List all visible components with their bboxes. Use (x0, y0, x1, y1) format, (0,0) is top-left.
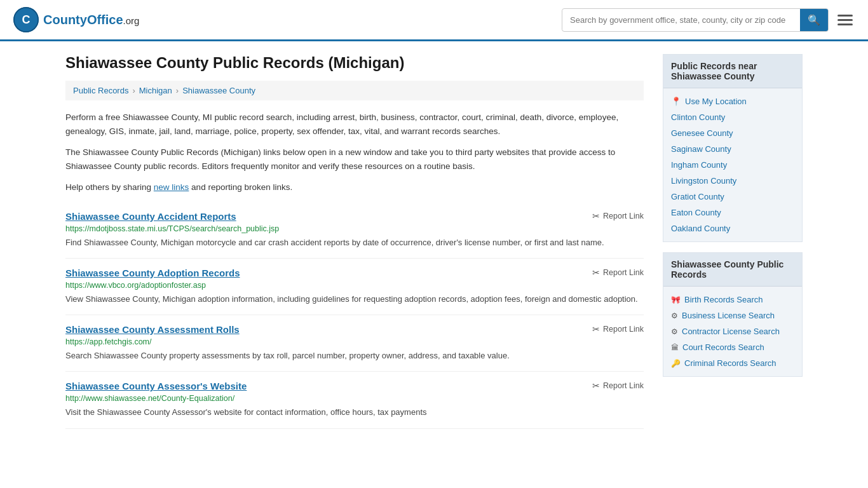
county-link[interactable]: Ingham County (671, 160, 727, 170)
sidebar-record-icon: 🏛 (671, 343, 679, 352)
search-input[interactable] (562, 10, 800, 30)
scissors-icon: ✂ (592, 324, 600, 334)
record-url[interactable]: http://www.shiawassee.net/County-Equaliz… (65, 394, 644, 403)
record-description: View Shiawassee County, Michigan adoptio… (65, 293, 644, 306)
search-button[interactable]: 🔍 (800, 9, 828, 31)
breadcrumb-sep-1: › (132, 86, 135, 95)
county-link[interactable]: Clinton County (671, 112, 725, 122)
sidebar-nearby-section: Public Records near Shiawassee County 📍 … (663, 54, 803, 242)
report-link-button[interactable]: ✂ Report Link (592, 268, 644, 278)
sidebar-county-item: Genesee County (663, 125, 802, 141)
county-link[interactable]: Eaton County (671, 208, 721, 217)
report-link-button[interactable]: ✂ Report Link (592, 324, 644, 334)
sidebar-nearby-title: Public Records near Shiawassee County (663, 55, 802, 88)
sidebar-record-link-item: 🏛 Court Records Search (663, 339, 802, 355)
record-url[interactable]: https://www.vbco.org/adoptionfoster.asp (65, 281, 644, 290)
sidebar-record-links: 🎀 Birth Records Search ⚙ Business Licens… (663, 287, 802, 376)
breadcrumb-shiawassee[interactable]: Shiawassee County (182, 86, 255, 95)
record-item: Shiawassee County Assessor's Website ✂ R… (65, 372, 644, 428)
sidebar-record-link-item: ⚙ Business License Search (663, 308, 802, 323)
sidebar-record-icon: ⚙ (671, 327, 678, 336)
new-links-link[interactable]: new links (154, 182, 189, 192)
report-link-button[interactable]: ✂ Report Link (592, 381, 644, 391)
sidebar-record-icon: 🔑 (671, 359, 681, 368)
county-link[interactable]: Oakland County (671, 224, 730, 233)
report-link-label: Report Link (603, 325, 644, 334)
record-item: Shiawassee County Adoption Records ✂ Rep… (65, 259, 644, 315)
record-title[interactable]: Shiawassee County Adoption Records (65, 268, 240, 278)
logo-icon: C (13, 6, 39, 33)
record-header: Shiawassee County Accident Reports ✂ Rep… (65, 211, 644, 222)
desc3-pre: Help others by sharing (65, 182, 154, 192)
sidebar-record-link[interactable]: Business License Search (682, 311, 775, 320)
record-title[interactable]: Shiawassee County Accident Reports (65, 211, 236, 222)
record-title[interactable]: Shiawassee County Assessment Rolls (65, 324, 240, 335)
sidebar-record-icon: 🎀 (671, 295, 681, 304)
breadcrumb-michigan[interactable]: Michigan (139, 86, 172, 95)
county-link[interactable]: Saginaw County (671, 144, 731, 154)
svg-text:C: C (22, 13, 31, 26)
sidebar-use-my-location[interactable]: 📍 Use My Location (663, 93, 802, 109)
record-title[interactable]: Shiawassee County Assessor's Website (65, 381, 247, 391)
scissors-icon: ✂ (592, 268, 600, 278)
breadcrumb-public-records[interactable]: Public Records (73, 86, 128, 95)
sidebar-record-link[interactable]: Criminal Records Search (684, 358, 776, 368)
report-link-label: Report Link (603, 268, 644, 277)
hamburger-menu-button[interactable] (835, 12, 855, 28)
sidebar-county-item: Eaton County (663, 205, 802, 220)
search-bar: 🔍 (562, 8, 829, 32)
record-header: Shiawassee County Assessor's Website ✂ R… (65, 381, 644, 391)
record-header: Shiawassee County Assessment Rolls ✂ Rep… (65, 324, 644, 335)
breadcrumb-sep-2: › (176, 86, 179, 95)
content-area: Shiawassee County Public Records (Michig… (65, 54, 644, 429)
sidebar-county-item: Livingston County (663, 173, 802, 189)
main-container: Shiawassee County Public Records (Michig… (53, 41, 815, 442)
sidebar-record-link[interactable]: Contractor License Search (682, 327, 780, 336)
sidebar: Public Records near Shiawassee County 📍 … (663, 54, 803, 429)
sidebar-county-item: Clinton County (663, 109, 802, 125)
desc3-post: and reporting broken links. (189, 182, 292, 192)
report-link-label: Report Link (603, 212, 644, 220)
hamburger-line-1 (837, 15, 853, 17)
breadcrumb: Public Records › Michigan › Shiawassee C… (65, 81, 644, 100)
sidebar-record-link[interactable]: Court Records Search (682, 342, 764, 352)
page-title: Shiawassee County Public Records (Michig… (65, 54, 644, 72)
scissors-icon: ✂ (592, 211, 600, 221)
nearby-counties-list: Clinton CountyGenesee CountySaginaw Coun… (663, 109, 802, 236)
use-my-location-link[interactable]: Use My Location (685, 97, 747, 106)
county-link[interactable]: Gratiot County (671, 192, 724, 201)
report-link-button[interactable]: ✂ Report Link (592, 211, 644, 221)
record-url[interactable]: https://app.fetchgis.com/ (65, 337, 644, 346)
record-item: Shiawassee County Accident Reports ✂ Rep… (65, 202, 644, 259)
record-item: Shiawassee County Assessment Rolls ✂ Rep… (65, 315, 644, 372)
report-link-label: Report Link (603, 381, 644, 390)
sidebar-county-item: Gratiot County (663, 189, 802, 205)
description-1: Perform a free Shiawassee County, MI pub… (65, 111, 644, 138)
logo-text: CountyOffice.org (43, 13, 139, 27)
description-3: Help others by sharing new links and rep… (65, 180, 644, 194)
record-header: Shiawassee County Adoption Records ✂ Rep… (65, 268, 644, 278)
site-header: C CountyOffice.org 🔍 (0, 0, 868, 41)
record-description: Visit the Shiawassee County Assessor's w… (65, 406, 644, 419)
record-description: Search Shiawassee County property assess… (65, 349, 644, 362)
sidebar-record-link[interactable]: Birth Records Search (684, 295, 763, 304)
hamburger-line-2 (837, 19, 853, 21)
sidebar-record-link-item: ⚙ Contractor License Search (663, 323, 802, 339)
record-list: Shiawassee County Accident Reports ✂ Rep… (65, 202, 644, 429)
county-link[interactable]: Livingston County (671, 176, 736, 186)
sidebar-record-link-item: 🎀 Birth Records Search (663, 292, 802, 308)
sidebar-county-item: Ingham County (663, 157, 802, 173)
sidebar-record-link-item: 🔑 Criminal Records Search (663, 355, 802, 371)
sidebar-nearby-links: 📍 Use My Location Clinton CountyGenesee … (663, 88, 802, 241)
description-2: The Shiawassee County Public Records (Mi… (65, 146, 644, 173)
sidebar-records-title: Shiawassee County Public Records (663, 253, 802, 287)
sidebar-record-icon: ⚙ (671, 311, 678, 320)
logo-area: C CountyOffice.org (13, 6, 139, 33)
hamburger-line-3 (837, 24, 853, 25)
sidebar-county-item: Oakland County (663, 220, 802, 236)
scissors-icon: ✂ (592, 381, 600, 391)
sidebar-records-section: Shiawassee County Public Records 🎀 Birth… (663, 252, 803, 377)
county-link[interactable]: Genesee County (671, 128, 733, 138)
location-icon: 📍 (671, 97, 681, 106)
record-url[interactable]: https://mdotjboss.state.mi.us/TCPS/searc… (65, 224, 644, 233)
